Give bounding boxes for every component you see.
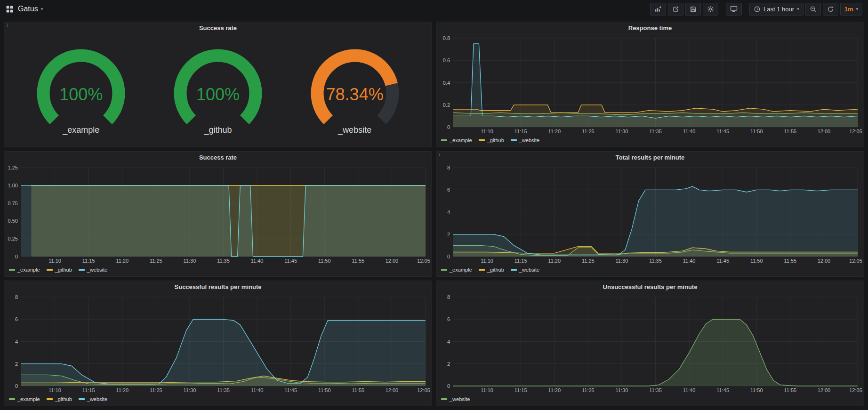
dashboard-grid-icon[interactable] bbox=[6, 5, 14, 13]
legend-item-_github[interactable]: _github bbox=[47, 267, 72, 273]
svg-text:4: 4 bbox=[447, 339, 450, 345]
svg-text:11:10: 11:10 bbox=[481, 129, 493, 134]
legend-series-swatch bbox=[79, 269, 85, 271]
legend-item-_website[interactable]: _website bbox=[511, 267, 539, 273]
timeseries-chart-response-time[interactable]: 00.20.40.60.811:1011:1511:2011:2511:3011… bbox=[436, 34, 864, 135]
svg-text:11:20: 11:20 bbox=[116, 387, 129, 393]
chart-legend: _example_github_website bbox=[4, 265, 432, 276]
svg-text:11:45: 11:45 bbox=[284, 387, 297, 393]
gauge-label: _github bbox=[159, 125, 277, 135]
legend-item-_example[interactable]: _example bbox=[441, 267, 472, 273]
svg-text:0.4: 0.4 bbox=[443, 80, 450, 86]
clock-icon bbox=[754, 6, 761, 13]
refresh-button[interactable] bbox=[823, 3, 838, 16]
svg-text:11:15: 11:15 bbox=[514, 129, 527, 134]
timeseries-chart-success-rate[interactable]: 00.250.500.751.001.2511:1011:1511:2011:2… bbox=[4, 163, 432, 265]
time-range-button[interactable]: Last 1 hour ▾ bbox=[749, 3, 804, 16]
legend-item-_github[interactable]: _github bbox=[47, 396, 72, 402]
legend-series-swatch bbox=[511, 269, 517, 271]
svg-text:11:50: 11:50 bbox=[318, 387, 331, 393]
svg-text:11:25: 11:25 bbox=[582, 129, 595, 134]
dashboard-title-text: Gatus bbox=[18, 5, 38, 13]
svg-text:11:25: 11:25 bbox=[582, 387, 595, 393]
panel-title: Successful results per minute bbox=[175, 283, 262, 290]
panel-header[interactable]: Success rate bbox=[4, 22, 432, 34]
legend-item-_website[interactable]: _website bbox=[79, 396, 107, 402]
svg-text:11:25: 11:25 bbox=[150, 387, 162, 393]
svg-text:11:25: 11:25 bbox=[582, 258, 595, 264]
svg-text:11:50: 11:50 bbox=[750, 387, 763, 393]
dashboard-title[interactable]: Gatus ▾ bbox=[18, 5, 43, 13]
svg-text:0: 0 bbox=[447, 124, 450, 130]
panel-header[interactable]: Total results per minute bbox=[436, 152, 864, 163]
timeseries-chart-successful-results[interactable]: 0246811:1011:1511:2011:2511:3011:3511:40… bbox=[4, 293, 432, 394]
svg-text:11:15: 11:15 bbox=[82, 387, 95, 393]
legend-item-_example[interactable]: _example bbox=[9, 396, 40, 402]
panel-header[interactable]: Successful results per minute bbox=[4, 281, 432, 293]
svg-text:11:50: 11:50 bbox=[750, 258, 763, 264]
legend-series-swatch bbox=[511, 139, 517, 141]
panel-title: Response time bbox=[628, 24, 672, 32]
refresh-interval-dropdown[interactable]: 1m ▾ bbox=[840, 3, 862, 16]
svg-text:11:55: 11:55 bbox=[784, 258, 796, 264]
gauge-label: _website bbox=[296, 125, 414, 135]
panel-success-rate-gauges: i Success rate 100% _example 100% _githu… bbox=[4, 22, 432, 147]
panel-info-icon[interactable]: i bbox=[7, 23, 8, 28]
panel-header[interactable]: Unsuccessful results per minute bbox=[436, 281, 864, 293]
settings-button[interactable] bbox=[703, 3, 718, 16]
svg-text:12:00: 12:00 bbox=[818, 258, 831, 264]
legend-item-_website[interactable]: _website bbox=[511, 137, 539, 143]
legend-item-_github[interactable]: _github bbox=[479, 137, 504, 143]
legend-item-_website[interactable]: _website bbox=[441, 396, 470, 402]
svg-text:11:10: 11:10 bbox=[48, 258, 61, 264]
legend-item-_example[interactable]: _example bbox=[441, 137, 472, 143]
svg-text:11:20: 11:20 bbox=[548, 387, 561, 393]
svg-text:12:05: 12:05 bbox=[849, 387, 862, 393]
svg-text:2: 2 bbox=[447, 232, 450, 237]
zoom-out-button[interactable] bbox=[805, 3, 821, 16]
panel-unsuccessful-results: Unsuccessful results per minute 0246811:… bbox=[436, 281, 864, 406]
svg-text:11:10: 11:10 bbox=[481, 387, 493, 393]
panel-header[interactable]: Success rate bbox=[4, 152, 432, 163]
timeseries-chart-unsuccessful-results[interactable]: 0246811:1011:1511:2011:2511:3011:3511:40… bbox=[436, 293, 864, 394]
chart-legend: _example_github_website bbox=[4, 394, 432, 406]
svg-text:11:35: 11:35 bbox=[217, 387, 230, 393]
svg-text:0: 0 bbox=[447, 254, 450, 259]
panel-title: Success rate bbox=[199, 154, 237, 161]
svg-text:11:40: 11:40 bbox=[683, 387, 696, 393]
svg-text:8: 8 bbox=[447, 165, 450, 170]
share-button[interactable] bbox=[668, 3, 683, 16]
add-panel-button[interactable] bbox=[650, 3, 666, 16]
chart-legend: _website bbox=[436, 394, 864, 406]
svg-text:0.50: 0.50 bbox=[8, 218, 18, 224]
legend-item-_github[interactable]: _github bbox=[479, 267, 504, 273]
svg-text:11:20: 11:20 bbox=[548, 129, 561, 134]
legend-item-_example[interactable]: _example bbox=[9, 267, 40, 273]
svg-text:11:20: 11:20 bbox=[548, 258, 561, 264]
save-button[interactable] bbox=[685, 3, 701, 16]
svg-text:0: 0 bbox=[15, 254, 18, 259]
svg-text:1.25: 1.25 bbox=[8, 165, 18, 170]
gauge-value: 100% bbox=[22, 85, 140, 105]
timeseries-chart-total-results[interactable]: 0246811:1011:1511:2011:2511:3011:3511:40… bbox=[436, 163, 864, 265]
svg-text:0.2: 0.2 bbox=[443, 102, 450, 108]
chart-legend: _example_github_website bbox=[436, 135, 864, 147]
panel-info-icon[interactable]: i bbox=[439, 152, 440, 157]
legend-series-swatch bbox=[479, 139, 485, 141]
svg-text:11:20: 11:20 bbox=[116, 258, 129, 264]
cycle-view-button[interactable] bbox=[726, 3, 742, 16]
svg-text:6: 6 bbox=[447, 187, 450, 193]
svg-text:11:50: 11:50 bbox=[318, 258, 331, 264]
svg-text:11:30: 11:30 bbox=[616, 387, 628, 393]
svg-text:0.8: 0.8 bbox=[443, 35, 450, 41]
time-range-label: Last 1 hour bbox=[764, 6, 794, 13]
svg-text:11:30: 11:30 bbox=[616, 129, 628, 134]
svg-text:11:55: 11:55 bbox=[784, 387, 796, 393]
svg-text:12:00: 12:00 bbox=[386, 387, 399, 393]
gauge-website: 78.34% _website bbox=[296, 46, 414, 135]
legend-item-_website[interactable]: _website bbox=[79, 267, 107, 273]
legend-series-swatch bbox=[47, 398, 53, 400]
svg-text:0.25: 0.25 bbox=[8, 236, 18, 241]
panel-header[interactable]: Response time bbox=[436, 22, 864, 34]
svg-text:4: 4 bbox=[447, 209, 450, 215]
